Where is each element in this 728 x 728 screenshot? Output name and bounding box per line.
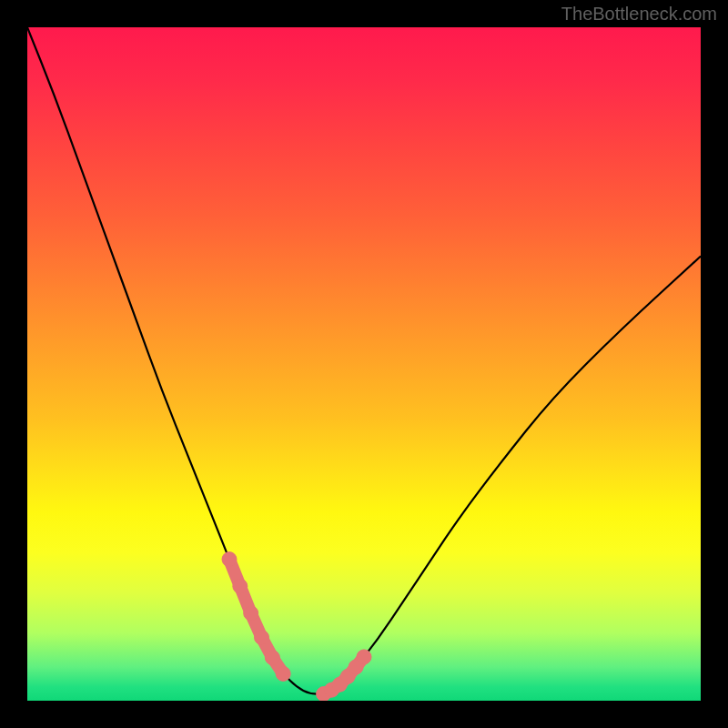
watermark-text: TheBottleneck.com [561, 4, 717, 25]
highlight-dot [255, 630, 269, 644]
highlight-cluster-left [222, 552, 290, 682]
bottleneck-curve [27, 27, 701, 694]
highlight-dot [233, 579, 248, 593]
highlight-dot [244, 606, 258, 621]
highlight-dot [357, 650, 371, 664]
highlight-dot [222, 552, 237, 567]
bottleneck-curve-svg [27, 27, 701, 701]
highlight-cluster-right [317, 650, 371, 701]
highlight-dot [265, 651, 279, 665]
highlight-dot [276, 666, 290, 681]
chart-plot-area [27, 27, 701, 701]
